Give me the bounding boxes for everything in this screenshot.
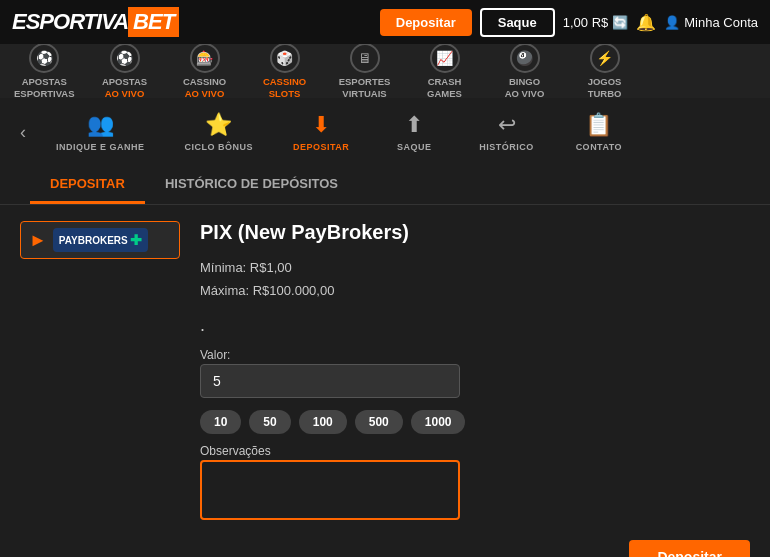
balance-display: 1,00 R$ 🔄 xyxy=(563,15,629,30)
nav-item-esportes-virtuais[interactable]: 🖥 ESPORTESVIRTUAIS xyxy=(325,44,405,98)
historico-label: HISTÓRICO xyxy=(479,142,534,152)
payment-method-paybrokers[interactable]: ► PAYBROKERS ✚ xyxy=(20,221,180,259)
bell-icon[interactable]: 🔔 xyxy=(636,13,656,32)
left-panel: ► PAYBROKERS ✚ xyxy=(20,221,180,557)
sec-item-historico[interactable]: ↩ HISTÓRICO xyxy=(459,106,554,158)
nav-label-cassino-slots: CASSINOSLOTS xyxy=(263,76,306,98)
minha-conta-menu[interactable]: 👤 Minha Conta xyxy=(664,15,758,30)
nav-label-apostas-ao-vivo: APOSTASAO VIVO xyxy=(102,76,147,98)
sec-item-depositar[interactable]: ⬇ DEPOSITAR xyxy=(273,106,369,158)
deposit-title: PIX (New PayBrokers) xyxy=(200,221,750,244)
paybrokers-text: PAYBROKERS xyxy=(59,235,128,246)
quick-btn-10[interactable]: 10 xyxy=(200,410,241,434)
nav-item-cassino-slots[interactable]: 🎲 CASSINOSLOTS xyxy=(245,44,325,98)
minha-conta-label: Minha Conta xyxy=(684,15,758,30)
nav-icon-bingo-ao-vivo: 🎱 xyxy=(510,44,540,73)
depositar-header-button[interactable]: Depositar xyxy=(380,9,472,36)
tab-depositar[interactable]: DEPOSITAR xyxy=(30,166,145,204)
payment-method-arrow: ► xyxy=(29,230,47,251)
nav-label-jogos-turbo: JOGOSTURBO xyxy=(588,76,622,98)
obs-label: Observações xyxy=(200,444,750,458)
depositar-main-button[interactable]: Depositar xyxy=(629,540,750,557)
nav-label-esportes-virtuais: ESPORTESVIRTUAIS xyxy=(339,76,391,98)
logo-bet-text: BET xyxy=(128,7,179,37)
section-nav-arrow-left[interactable]: ‹ xyxy=(20,122,26,143)
obs-field-group: Observações xyxy=(200,444,750,524)
nav-item-bingo-ao-vivo[interactable]: 🎱 BINGOAO VIVO xyxy=(485,44,565,98)
depositar-label: DEPOSITAR xyxy=(293,142,349,152)
nav-icon-apostas-ao-vivo: ⚽ xyxy=(110,44,140,73)
currency-icon: 🔄 xyxy=(612,15,628,30)
saque-icon: ⬆ xyxy=(405,112,423,138)
obs-textarea[interactable] xyxy=(200,460,460,520)
min-limit: Mínima: R$1,00 xyxy=(200,260,292,275)
sec-item-contato[interactable]: 📋 CONTATO xyxy=(554,106,644,158)
quick-btn-100[interactable]: 100 xyxy=(299,410,347,434)
quick-btn-1000[interactable]: 1000 xyxy=(411,410,466,434)
indique-ganhe-icon: 👥 xyxy=(87,112,114,138)
nav-label-crash-games: CRASHGAMES xyxy=(427,76,462,98)
sec-item-indique-ganhe[interactable]: 👥 INDIQUE E GANHE xyxy=(36,106,165,158)
tab-bar: DEPOSITAR HISTÓRICO DE DEPÓSITOS xyxy=(0,166,770,205)
nav-icon-esportes-virtuais: 🖥 xyxy=(350,44,380,73)
nav-item-jogos-turbo[interactable]: ⚡ JOGOSTURBO xyxy=(565,44,645,98)
valor-input[interactable] xyxy=(200,364,460,398)
deposit-form: Valor: 10 50 100 500 1000 Observações De… xyxy=(200,348,750,557)
nav-icon-cassino-ao-vivo: 🎰 xyxy=(190,44,220,73)
quick-btn-500[interactable]: 500 xyxy=(355,410,403,434)
paybrokers-logo: PAYBROKERS ✚ xyxy=(53,228,148,252)
quick-btn-50[interactable]: 50 xyxy=(249,410,290,434)
main-content: ► PAYBROKERS ✚ PIX (New PayBrokers) Míni… xyxy=(0,205,770,557)
top-header: ESPORTIVABET Depositar Saque 1,00 R$ 🔄 🔔… xyxy=(0,0,770,44)
header-right: Depositar Saque 1,00 R$ 🔄 🔔 👤 Minha Cont… xyxy=(380,8,758,37)
contato-icon: 📋 xyxy=(585,112,612,138)
nav-label-bingo-ao-vivo: BINGOAO VIVO xyxy=(505,76,545,98)
logo-esportiva-text: ESPORTIVA xyxy=(12,9,128,35)
nav-item-cassino-ao-vivo[interactable]: 🎰 CASSINOAO VIVO xyxy=(165,44,245,98)
deposit-limits: Mínima: R$1,00 Máxima: R$100.000,00 xyxy=(200,256,750,303)
contato-label: CONTATO xyxy=(576,142,623,152)
deposit-btn-row: Depositar xyxy=(200,540,750,557)
nav-label-cassino-ao-vivo: CASSINOAO VIVO xyxy=(183,76,226,98)
right-panel: PIX (New PayBrokers) Mínima: R$1,00 Máxi… xyxy=(200,221,750,557)
nav-item-crash-games[interactable]: 📈 CRASHGAMES xyxy=(405,44,485,98)
main-nav: ⚽ APOSTASESPORTIVAS ⚽ APOSTASAO VIVO 🎰 C… xyxy=(0,44,770,98)
ciclo-bonus-icon: ⭐ xyxy=(205,112,232,138)
pix-icon: ✚ xyxy=(130,232,142,248)
depositar-icon: ⬇ xyxy=(312,112,330,138)
quick-amounts-row: 10 50 100 500 1000 xyxy=(200,410,750,434)
valor-label: Valor: xyxy=(200,348,750,362)
nav-item-apostas-esportivas[interactable]: ⚽ APOSTASESPORTIVAS xyxy=(4,44,85,98)
sec-item-saque[interactable]: ⬆ SAQUE xyxy=(369,106,459,158)
nav-icon-jogos-turbo: ⚡ xyxy=(590,44,620,73)
section-nav: ‹ 👥 INDIQUE E GANHE ⭐ CICLO BÔNUS ⬇ DEPO… xyxy=(0,98,770,166)
nav-icon-crash-games: 📈 xyxy=(430,44,460,73)
nav-label-apostas-esportivas: APOSTASESPORTIVAS xyxy=(14,76,75,98)
nav-item-apostas-ao-vivo[interactable]: ⚽ APOSTASAO VIVO xyxy=(85,44,165,98)
ciclo-bonus-label: CICLO BÔNUS xyxy=(185,142,254,152)
saque-header-button[interactable]: Saque xyxy=(480,8,555,37)
sec-item-ciclo-bonus[interactable]: ⭐ CICLO BÔNUS xyxy=(165,106,274,158)
logo: ESPORTIVABET xyxy=(12,7,179,37)
valor-field-group: Valor: xyxy=(200,348,750,398)
historico-icon: ↩ xyxy=(498,112,516,138)
dot-separator: . xyxy=(200,315,750,336)
indique-ganhe-label: INDIQUE E GANHE xyxy=(56,142,145,152)
nav-icon-apostas-esportivas: ⚽ xyxy=(29,44,59,73)
saque-label: SAQUE xyxy=(397,142,432,152)
nav-icon-cassino-slots: 🎲 xyxy=(270,44,300,73)
user-icon: 👤 xyxy=(664,15,680,30)
max-limit: Máxima: R$100.000,00 xyxy=(200,283,334,298)
tab-historico-depositos[interactable]: HISTÓRICO DE DEPÓSITOS xyxy=(145,166,358,204)
balance-value: 1,00 R$ xyxy=(563,15,609,30)
